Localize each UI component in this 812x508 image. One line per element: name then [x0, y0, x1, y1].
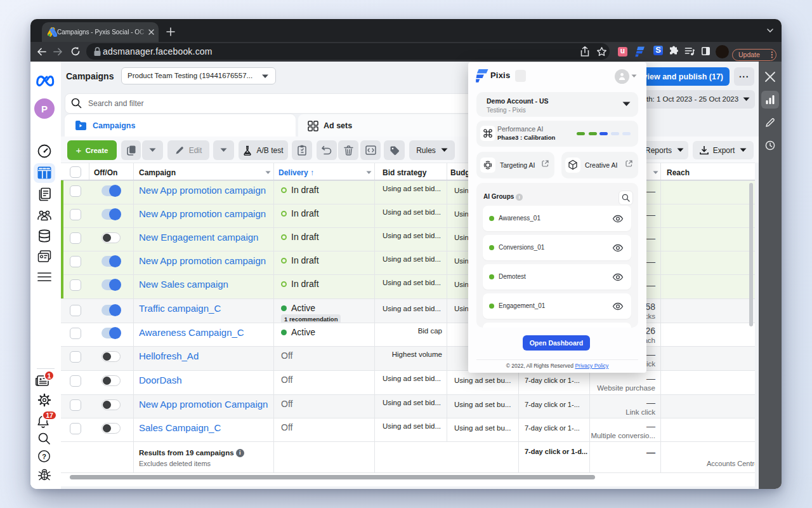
- svg-text:?: ?: [42, 453, 46, 460]
